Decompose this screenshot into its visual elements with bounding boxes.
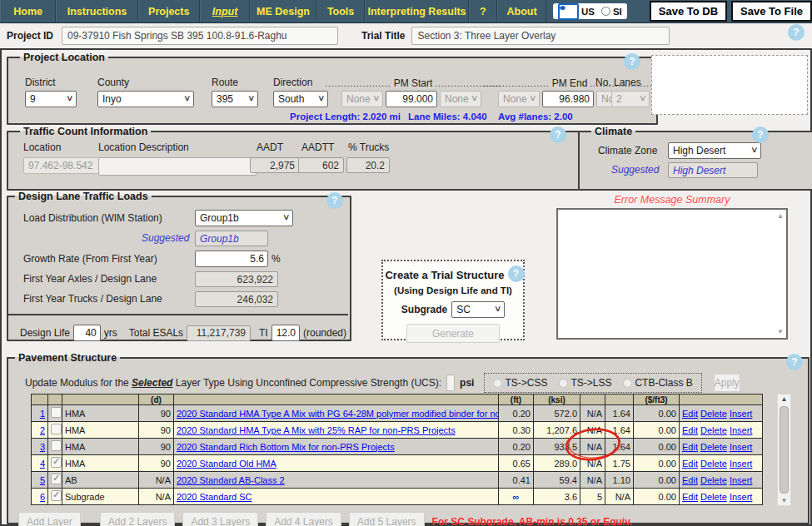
delete-link[interactable]: Delete [700, 409, 727, 419]
county-select[interactable]: Inyo [97, 91, 194, 107]
trial-title-input[interactable]: Section 3: Three Layer Overlay [411, 27, 670, 45]
help-icon[interactable]: ? [508, 265, 525, 282]
insert-link[interactable]: Insert [730, 442, 753, 452]
delete-link[interactable]: Delete [700, 492, 727, 502]
wim-select[interactable]: Group1b [195, 210, 293, 226]
help-icon[interactable]: ? [550, 127, 566, 143]
nav-about[interactable]: About [497, 0, 546, 22]
subgrade-select[interactable]: SC [451, 301, 505, 318]
row-number-link[interactable]: 3 [40, 442, 45, 452]
pm-end-prefix-select[interactable]: None [498, 91, 540, 107]
ctb-class-b-radio[interactable]: CTB-Class B [623, 377, 692, 389]
material-link[interactable]: 2020 Standard Old HMA [177, 459, 276, 469]
add-5-layers-button[interactable]: Add 5 Layers [349, 512, 425, 526]
units-si-radio[interactable]: SI [601, 7, 622, 17]
pm-start-suffix-select[interactable]: None [440, 91, 481, 107]
add-2-layers-button[interactable]: Add 2 Layers [100, 512, 176, 526]
nav-projects[interactable]: Projects [138, 0, 200, 22]
layer-checkbox[interactable] [51, 490, 62, 501]
layer-checkbox[interactable] [51, 474, 62, 484]
save-to-db-button[interactable]: Save To DB [650, 1, 727, 22]
lane-miles-text: Lane Miles: 4.040 [408, 112, 487, 122]
ti-input[interactable]: 12.0 [271, 325, 300, 341]
climate-zone-select[interactable]: High Desert [668, 142, 761, 159]
first-year-trucks-label: First Year Trucks / Design Lane [23, 293, 162, 305]
district-select[interactable]: 9 [25, 91, 77, 107]
route-select[interactable]: 395 [212, 91, 258, 107]
layer-checkbox[interactable] [51, 440, 62, 451]
nav-me-design[interactable]: ME Design [250, 0, 316, 22]
row-number-link[interactable]: 6 [40, 492, 45, 502]
nav-interpreting-results[interactable]: Interpreting Results [365, 0, 468, 22]
nav-instructions[interactable]: Instructions [56, 0, 137, 22]
help-icon[interactable]: ? [624, 53, 640, 70]
trial-structure-title: Create a Trial Structure? [383, 267, 523, 284]
design-life-input[interactable]: 40 [73, 325, 101, 341]
edit-link[interactable]: Edit [682, 425, 698, 435]
help-icon[interactable]: ? [788, 24, 805, 41]
insert-link[interactable]: Insert [730, 492, 753, 502]
edit-link[interactable]: Edit [682, 475, 698, 485]
generate-button[interactable]: Generate [406, 324, 500, 343]
growth-rate-input[interactable]: 5.6 [195, 251, 268, 267]
material-link[interactable]: 2020 Standard Rich Bottom Mix for non-PR… [177, 442, 395, 452]
edit-link[interactable]: Edit [682, 492, 698, 502]
row-number-link[interactable]: 2 [40, 425, 45, 435]
nav-input[interactable]: Input [200, 0, 250, 22]
location-desc-input[interactable] [98, 157, 257, 176]
first-year-trucks-value: 246,032 [195, 291, 278, 307]
delete-link[interactable]: Delete [700, 442, 727, 452]
edit-link[interactable]: Edit [682, 442, 698, 452]
scrollbar-thumb[interactable] [780, 406, 789, 494]
units-us-radio[interactable]: US [558, 3, 595, 20]
no-lanes-label: No. Lanes [595, 77, 641, 88]
scroll-down-icon[interactable]: ▼ [778, 497, 790, 504]
row-number-link[interactable]: 4 [40, 459, 45, 469]
help-icon[interactable]: ? [326, 192, 343, 209]
location-select[interactable]: 97.462-98.542 [23, 157, 110, 174]
insert-link[interactable]: Insert [730, 475, 753, 485]
insert-link[interactable]: Insert [730, 425, 753, 435]
material-link[interactable]: 2020 Standard HMA Type A Mix with 25% RA… [177, 425, 456, 435]
insert-link[interactable]: Insert [730, 409, 753, 419]
ts-lss-radio[interactable]: TS->LSS [559, 377, 611, 389]
help-icon[interactable]: ? [786, 354, 803, 370]
layer-checkbox[interactable] [51, 424, 62, 434]
ucs-input[interactable] [446, 375, 455, 391]
scroll-up-icon[interactable]: ▲ [777, 212, 784, 220]
material-link[interactable]: 2020 Standard HMA Type A Mix with PG 64-… [177, 409, 499, 419]
edit-link[interactable]: Edit [682, 409, 698, 419]
delete-link[interactable]: Delete [700, 459, 727, 469]
layer-checkbox[interactable] [51, 407, 62, 418]
layer-checkbox[interactable] [51, 457, 62, 468]
help-icon[interactable]: ? [752, 127, 769, 143]
add-3-layers-button[interactable]: Add 3 Layers [182, 512, 258, 526]
table-scrollbar[interactable]: ▲ ▼ [777, 394, 791, 506]
scroll-up-icon[interactable]: ▲ [778, 395, 790, 403]
pm-start-prefix-select[interactable]: None [341, 91, 383, 107]
pm-end-input[interactable]: 96.980 [542, 91, 594, 107]
pm-start-input[interactable]: 99.000 [386, 91, 437, 107]
delete-link[interactable]: Delete [700, 425, 727, 435]
climate-title: Climate [591, 126, 635, 137]
material-link[interactable]: 2020 Standard AB-Class 2 [177, 475, 285, 485]
material-link[interactable]: 2020 Standard SC [177, 492, 252, 502]
nav-home[interactable]: Home [0, 0, 56, 22]
add-layer-button[interactable]: Add Layer [18, 512, 81, 526]
save-to-file-button[interactable]: Save To File [731, 1, 812, 22]
ts-css-radio[interactable]: TS->CSS [493, 377, 547, 389]
direction-select[interactable]: South [273, 91, 328, 107]
nav-help[interactable]: ? [469, 0, 498, 22]
row-number-link[interactable]: 5 [40, 475, 45, 485]
scroll-down-icon[interactable]: ▼ [777, 328, 784, 335]
add-4-layers-button[interactable]: Add 4 Layers [266, 512, 341, 526]
edit-link[interactable]: Edit [682, 459, 698, 469]
project-id-input[interactable]: 09-37910 Fish Springs SB 395 100.8-91.6-… [62, 27, 338, 45]
insert-link[interactable]: Insert [730, 459, 753, 469]
nav-tools[interactable]: Tools [316, 0, 366, 22]
apply-button[interactable]: Apply [714, 374, 740, 392]
delete-link[interactable]: Delete [700, 475, 727, 485]
error-summary-box[interactable]: ▲ ▼ [556, 208, 788, 340]
row-number-link[interactable]: 1 [40, 409, 45, 419]
no-lanes-select[interactable]: 2 [611, 91, 650, 107]
